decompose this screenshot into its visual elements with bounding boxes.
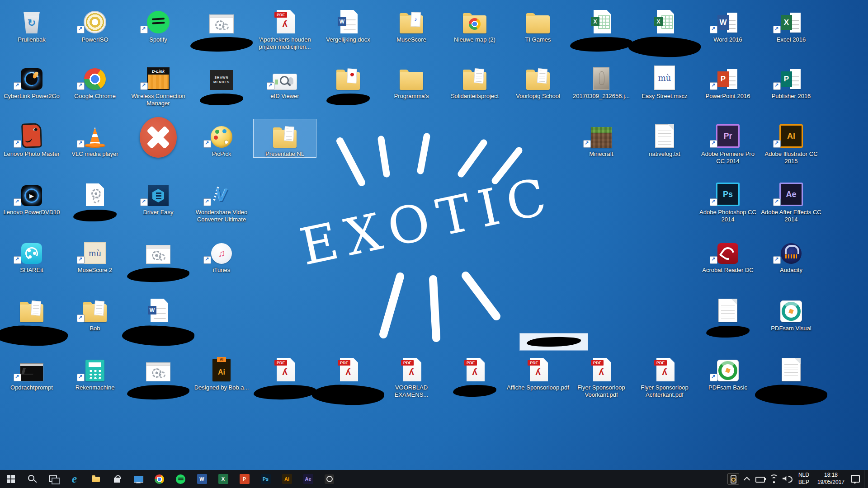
desktop-icon-solidariteitsproject[interactable]: Solidariteitsproject — [443, 61, 506, 100]
taskbar-media-app-icon[interactable] — [319, 470, 340, 488]
desktop-icon-lenovo-powerdvd10[interactable]: ▶Lenovo PowerDVD10 — [0, 177, 63, 216]
icon-label: Designed by Bob.a... — [194, 384, 249, 391]
redacted-label — [122, 325, 194, 347]
desktop-icon-acrobat-reader-dc[interactable]: Acrobat Reader DC — [696, 235, 760, 274]
nieuwe-map-2-icon — [463, 15, 486, 33]
desktop-icon-opdrachtprompt[interactable]: Opdrachtprompt — [0, 352, 63, 391]
eid-viewer-icon — [273, 74, 297, 90]
desktop-icon-adobe-illustrator[interactable]: AiAdobe Illustrator CC 2015 — [760, 119, 823, 165]
show-desktop-button[interactable] — [864, 470, 868, 488]
desktop-icon-lenovo-photo-master[interactable]: Lenovo Photo Master — [0, 119, 63, 158]
desktop-icon-prullenbak[interactable]: Prullenbak — [0, 5, 63, 43]
desktop-icon-voorblad-examens[interactable]: PDFVOORBLAD EXAMENS... — [380, 352, 443, 399]
language-indicator[interactable]: NLD BEP — [794, 472, 813, 486]
taskbar-start-button[interactable] — [0, 470, 21, 488]
desktop-icon-rekenmachine[interactable]: Rekenmachine — [63, 352, 127, 391]
shortcut-arrow-icon — [773, 140, 781, 148]
icon-label: Nieuwe map (2) — [454, 36, 495, 43]
desktop-icon-redacted-text-doc-2[interactable] — [760, 352, 823, 405]
battery-icon[interactable] — [754, 470, 767, 488]
ti-games-iconbox — [516, 5, 560, 34]
desktop-icon-driver-easy[interactable]: Driver Easy — [127, 177, 190, 216]
desktop-icon-word-2016[interactable]: WWord 2016 — [696, 5, 760, 43]
taskbar-file-explorer-icon[interactable] — [85, 470, 106, 488]
desktop-icon-broken-red-x[interactable] — [127, 119, 190, 148]
desktop-icon-presentatie-nl[interactable]: Presentatie NL — [253, 119, 316, 158]
desktop-icon-vlc-media-player[interactable]: VLC media player — [63, 119, 127, 158]
desktop-icon-redacted-app-1[interactable] — [190, 5, 253, 52]
desktop-icon-redacted-gear-file[interactable] — [63, 177, 127, 221]
desktop-icon-nieuwe-map-2[interactable]: Nieuwe map (2) — [443, 5, 506, 43]
taskbar-illustrator-icon[interactable]: Ai — [276, 470, 297, 488]
desktop-icon-redacted-pdf-3[interactable]: PDF — [443, 352, 506, 397]
taskbar-photoshop-icon[interactable]: Ps — [255, 470, 276, 488]
desktop-icon-google-chrome[interactable]: Google Chrome — [63, 61, 127, 100]
taskbar-search-icon[interactable] — [21, 470, 42, 488]
desktop-icon-redacted-folder-1[interactable] — [0, 293, 63, 346]
desktop-icon-flyer-sponsorloop-voorkant[interactable]: PDFFlyer Sponsorloop Voorkant.pdf — [570, 352, 633, 399]
desktop-icon-redacted-excel-1[interactable]: X — [570, 5, 633, 52]
desktop-icon-musescore-2[interactable]: mùMuseScore 2 — [63, 235, 127, 274]
desktop-icon-cyberlink-power2go[interactable]: CyberLink Power2Go — [0, 61, 63, 100]
desktop-icon-programmas[interactable]: Programma's — [380, 61, 443, 100]
desktop-icon-redacted-gear-window-2[interactable] — [127, 352, 190, 399]
desktop-icon-ti-games[interactable]: TI Games — [506, 5, 570, 43]
desktop-icon-affiche-sponsorloop[interactable]: PDFAffiche Sponsorloop.pdf — [506, 352, 570, 391]
desktop-icon-wireless-connection-manager[interactable]: D-LinkWireless Connection Manager — [127, 61, 190, 107]
desktop-icon-powerpoint-2016[interactable]: PPowerPoint 2016 — [696, 61, 760, 100]
desktop-icon-minecraft[interactable]: Minecraft — [570, 119, 633, 158]
clock[interactable]: 18:18 19/05/2017 — [813, 472, 849, 486]
desktop-icon-spotify[interactable]: Spotify — [127, 5, 190, 43]
power-manager-tray-icon[interactable] — [726, 470, 740, 488]
desktop-icon-redacted-pdf-folder[interactable] — [316, 61, 380, 105]
desktop-icon-shareit[interactable]: SHAREit — [0, 235, 63, 274]
selected-item-label-redacted[interactable] — [519, 333, 588, 351]
desktop-icon-photo-20170309[interactable]: 20170309_212656.j... — [570, 61, 633, 100]
desktop-icon-redacted-pdf-2[interactable]: PDF — [316, 352, 380, 405]
desktop-icon-bob-folder[interactable]: Bob — [63, 293, 127, 332]
taskbar-edge-icon[interactable]: e — [64, 470, 85, 488]
desktop-icon-flyer-sponsorloop-achterkant[interactable]: PDFFlyer Sponsorloop Achterkant.pdf — [633, 352, 696, 399]
desktop-icon-publisher-2016[interactable]: PPublisher 2016 — [760, 61, 823, 100]
desktop-icon-redacted-gear-window[interactable] — [127, 235, 190, 282]
desktop-icon-redacted-word-doc[interactable]: W — [127, 293, 190, 346]
desktop-icon-redacted-pdf-1[interactable]: PDF — [253, 352, 316, 399]
taskbar-task-view-icon[interactable] — [42, 470, 64, 488]
desktop-icon-pdfsam-basic[interactable]: PDFsam Basic — [696, 352, 760, 391]
taskbar-chrome-icon[interactable] — [149, 470, 170, 488]
taskbar-powerpoint-icon[interactable]: P — [234, 470, 255, 488]
desktop-icon-adobe-premiere-pro[interactable]: PrAdobe Premiere Pro CC 2014 — [696, 119, 760, 165]
volume-icon[interactable] — [781, 470, 794, 488]
desktop-icon-redacted-excel-2[interactable]: X — [633, 5, 696, 57]
desktop-icon-poweriso[interactable]: PowerISO — [63, 5, 127, 43]
desktop-icon-musescore-folder[interactable]: MuseScore — [380, 5, 443, 43]
desktop-icon-pdfsam-visual[interactable]: PDFsam Visual — [760, 293, 823, 332]
desktop-icon-excel-2016[interactable]: XExcel 2016 — [760, 5, 823, 43]
taskbar-spotify-icon[interactable] — [170, 470, 191, 488]
taskbar-word-icon[interactable]: W — [191, 470, 212, 488]
desktop-icon-nativelog-txt[interactable]: nativelog.txt — [633, 119, 696, 158]
desktop-icon-easy-street-mscz[interactable]: mùEasy Street.mscz — [633, 61, 696, 100]
desktop-icon-redacted-shawn-mendes[interactable]: SHAWN MENDES — [190, 61, 253, 105]
desktop-icon-voorlopig-school[interactable]: Voorlopig School — [506, 61, 570, 100]
taskbar-store-icon[interactable] — [106, 470, 127, 488]
desktop-icon-vergelijking-docx[interactable]: WVergelijking.docx — [316, 5, 380, 43]
desktop-icon-eid-viewer[interactable]: eID Viewer — [253, 61, 316, 100]
desktop-icon-picpick[interactable]: PicPick — [190, 119, 253, 158]
desktop-icon-wondershare-video-converter[interactable]: VWondershare Video Converter Ultimate — [190, 177, 253, 223]
wifi-icon[interactable] — [767, 470, 781, 488]
desktop-icon-redacted-text-doc-1[interactable] — [696, 293, 760, 338]
designed-by-bob-icon: AiAI — [212, 359, 231, 381]
redacted-text-doc-2-iconbox — [769, 352, 813, 382]
taskbar-after-effects-icon[interactable]: Ae — [297, 470, 319, 488]
desktop-icon-itunes[interactable]: iTunes — [190, 235, 253, 274]
desktop-icon-designed-by-bob[interactable]: AiAIDesigned by Bob.a... — [190, 352, 253, 391]
desktop-icon-apothekers-pdf[interactable]: PDF'Apothekers houden prijzen medicijnen… — [253, 5, 316, 51]
desktop-icon-adobe-photoshop[interactable]: PsAdobe Photoshop CC 2014 — [696, 177, 760, 223]
tray-expand-chevron-icon[interactable] — [740, 470, 754, 488]
taskbar-display-app-icon[interactable] — [127, 470, 149, 488]
action-center-icon[interactable] — [849, 470, 862, 488]
desktop-icon-audacity[interactable]: Audacity — [760, 235, 823, 274]
desktop-icon-adobe-after-effects[interactable]: AeAdobe After Effects CC 2014 — [760, 177, 823, 223]
taskbar-excel-icon[interactable]: X — [212, 470, 234, 488]
